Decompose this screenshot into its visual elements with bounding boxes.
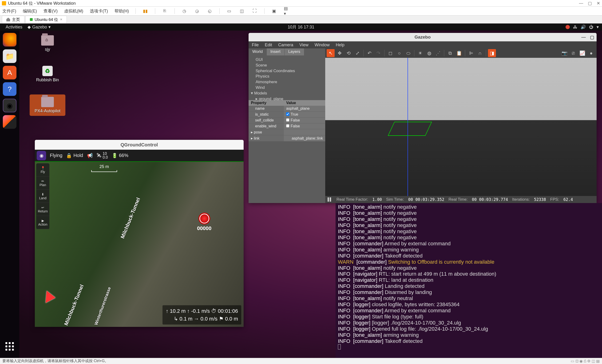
window-maximize-button[interactable]: ▢ [588, 1, 592, 6]
pause-sim-button[interactable] [328, 198, 332, 202]
desktop[interactable]: ⌂ sjy ♻ Rubbish Bin PX4-Autopilot QGroun… [19, 31, 602, 358]
record-icon[interactable]: ● [587, 49, 595, 57]
dock-firefox[interactable] [3, 33, 16, 47]
terminal-window[interactable]: INFO [tone_alarm] notify negativeINFO [t… [335, 203, 602, 358]
power-icon[interactable]: ⏻ [589, 25, 593, 30]
is-static-checkbox[interactable] [286, 112, 289, 116]
menu-camera[interactable]: Camera [278, 42, 293, 47]
tool-fly[interactable]: 📍Fly [36, 163, 49, 177]
sphere-primitive-icon[interactable]: ○ [395, 49, 403, 57]
menu-help[interactable]: 帮助(H) [115, 8, 129, 14]
dock-show-applications[interactable] [3, 340, 16, 353]
menu-file[interactable]: File [252, 42, 259, 47]
desktop-home-folder[interactable]: ⌂ sjy [33, 35, 62, 52]
window-minimize-button[interactable]: — [579, 1, 583, 6]
send-ctrlaltdel-icon[interactable]: ⎘ [162, 8, 168, 14]
dock-files[interactable]: 📁 [3, 49, 16, 63]
tree-models[interactable]: ▾ Models [251, 91, 323, 96]
menu-window[interactable]: Window [315, 42, 330, 47]
menu-view[interactable]: View [299, 42, 309, 47]
menu-file[interactable]: 文件(F) [2, 8, 16, 14]
gazebo-titlebar[interactable]: Gazebo —▢ [248, 33, 597, 41]
fit-window-icon[interactable]: ▭ [226, 8, 232, 14]
system-tray[interactable]: 🖧 🔊 ⏻ ▾ [566, 24, 599, 30]
snapshot-icon[interactable]: ◷ [181, 8, 187, 14]
prop-row-self-collide[interactable]: self_collideFalse [248, 117, 325, 123]
tree-ground-plane[interactable]: ▸ ground_plane [251, 96, 323, 100]
prop-row-pose[interactable]: ▸ pose [248, 129, 325, 135]
directional-light-icon[interactable]: ⋰ [434, 49, 442, 57]
world-tree[interactable]: GUI Scene Spherical Coordinates Physics … [248, 55, 325, 100]
menu-view[interactable]: 查看(V) [43, 8, 58, 14]
qgc-titlebar[interactable]: QGroundControl [35, 140, 244, 150]
self-collide-checkbox[interactable] [286, 118, 289, 122]
qgroundcontrol-window[interactable]: QGroundControl ◉ Flying 🔒Hold 📢 🛰100.0 🔋… [35, 140, 244, 327]
desktop-px4-folder[interactable]: PX4-Autopilot [30, 94, 65, 116]
scale-tool-icon[interactable]: ⤢ [354, 49, 361, 57]
tree-physics[interactable]: Physics [251, 73, 323, 79]
menu-edit[interactable]: Edit [265, 42, 272, 47]
tab-close-icon[interactable]: × [60, 17, 62, 22]
gazebo-window[interactable]: Gazebo —▢ File Edit Camera View Window H… [248, 33, 597, 203]
tree-gui[interactable]: GUI [251, 57, 323, 62]
screenshot-icon[interactable]: 📷 [560, 49, 568, 57]
notification-indicator-icon[interactable] [566, 25, 570, 29]
volume-icon[interactable]: 🔊 [580, 24, 586, 30]
fullscreen-icon[interactable]: ▣ [271, 8, 277, 14]
spot-light-icon[interactable]: ◍ [425, 49, 433, 57]
gazebo-3d-viewport[interactable] [325, 58, 597, 196]
tab-vm-ubuntu[interactable]: Ubuntu 64 位× [25, 16, 67, 23]
point-light-icon[interactable]: ☀ [416, 49, 424, 57]
pause-vm-icon[interactable]: ▮▮ [142, 8, 148, 14]
dock-gazebo[interactable] [3, 115, 16, 129]
cylinder-primitive-icon[interactable]: ⬭ [404, 49, 412, 57]
undo-icon[interactable]: ↶ [366, 49, 373, 57]
snap-icon[interactable]: ∩ [476, 49, 484, 57]
tool-plan[interactable]: ✏Plan [36, 177, 49, 190]
tree-scene[interactable]: Scene [251, 62, 323, 68]
audio-mute-icon[interactable]: 📢 [87, 153, 93, 158]
paste-icon[interactable]: 📋 [455, 49, 463, 57]
clock[interactable]: 10月 16 17:31 [288, 24, 314, 30]
menu-help[interactable]: Help [336, 42, 344, 47]
tool-action[interactable]: ▶Action [36, 216, 49, 229]
snapshot-manager-icon[interactable]: ◶ [194, 8, 200, 14]
exclusive-icon[interactable]: ⛶ [252, 8, 258, 14]
activities-button[interactable]: Activities [3, 24, 25, 30]
menu-tabs[interactable]: 选项卡(T) [90, 8, 108, 14]
tree-spherical[interactable]: Spherical Coordinates [251, 68, 323, 74]
window-minimize-button[interactable]: — [581, 34, 586, 40]
copy-icon[interactable]: ⧉ [446, 49, 454, 57]
prop-row-enable-wind[interactable]: enable_windFalse [248, 123, 325, 129]
app-menu[interactable]: ◆ Gazebo ▾ [28, 24, 51, 30]
redo-icon[interactable]: ↷ [374, 49, 382, 57]
unity-icon[interactable]: ▤ ▾ [284, 8, 290, 14]
vehicle-marker-icon[interactable] [46, 291, 56, 304]
tool-return[interactable]: ↩Return [36, 203, 49, 216]
rotate-tool-icon[interactable]: ⟲ [344, 49, 353, 57]
menu-edit[interactable]: 编辑(E) [23, 8, 37, 14]
select-tool-icon[interactable]: ↖ [327, 49, 335, 57]
battery-status[interactable]: 🔋66% [112, 153, 129, 158]
log-icon[interactable]: ⎚ [569, 49, 577, 57]
revert-icon[interactable]: ◵ [207, 8, 213, 14]
tool-land[interactable]: ⬇Land [36, 190, 49, 203]
qgc-map[interactable]: 📍Fly ✏Plan ⬇Land ↩Return ▶Action 25 m Mi… [35, 162, 244, 327]
tab-home[interactable]: 主页 [2, 16, 24, 23]
align-icon[interactable]: ⊫ [467, 49, 475, 57]
qgc-logo-icon[interactable]: ◉ [37, 151, 46, 160]
dock-help[interactable]: ? [3, 82, 16, 96]
fit-guest-icon[interactable]: ◫ [239, 8, 245, 14]
gps-status[interactable]: 🛰100.0 [97, 152, 108, 159]
flight-mode[interactable]: 🔒Hold [66, 153, 83, 158]
dock-software[interactable]: A [3, 66, 16, 79]
home-marker-icon[interactable] [199, 214, 209, 223]
vmware-device-tray[interactable]: ▭ ⊡ ◉ ⎙ ⚙ ◫ ▤ [571, 359, 600, 363]
menu-vm[interactable]: 虚拟机(M) [64, 8, 83, 14]
view-angle-icon[interactable]: ◨ [488, 49, 496, 57]
prop-row-is-static[interactable]: is_staticTrue [248, 112, 325, 117]
tab-layers[interactable]: Layers [285, 48, 304, 55]
tab-world[interactable]: World [248, 48, 267, 55]
window-maximize-button[interactable]: ▢ [590, 34, 594, 40]
plot-icon[interactable]: 📈 [578, 49, 586, 57]
